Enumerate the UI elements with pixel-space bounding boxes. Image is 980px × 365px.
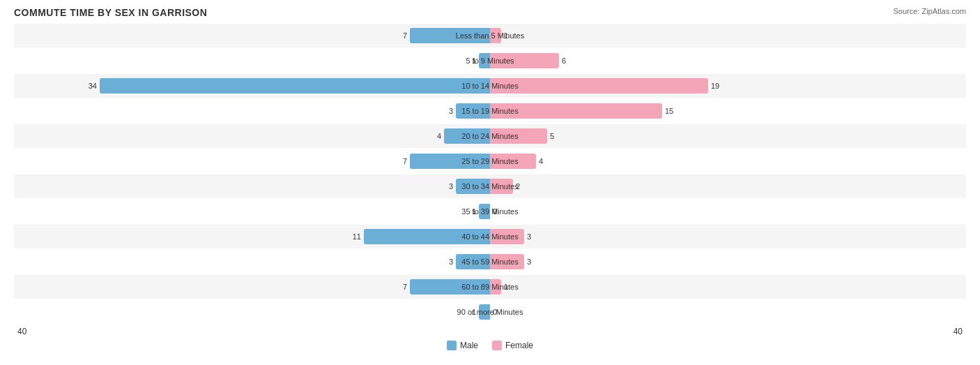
- female-value: 1: [504, 31, 508, 40]
- male-value: 1: [472, 207, 476, 216]
- male-bar: [456, 103, 490, 119]
- table-row: 90 or more Minutes10: [14, 300, 966, 324]
- legend-female-label: Female: [505, 341, 533, 350]
- male-bar: [410, 28, 490, 43]
- table-row: 45 to 59 Minutes33: [14, 250, 966, 274]
- bars-area: Less than 5 Minutes715 to 9 Minutes1610 …: [14, 24, 966, 324]
- row-label: 35 to 39 Minutes: [461, 207, 518, 216]
- female-bar: [490, 128, 547, 144]
- male-bar: [100, 78, 490, 94]
- male-bar: [479, 53, 490, 68]
- legend: Male Female: [14, 341, 966, 350]
- female-value: 0: [493, 207, 497, 216]
- legend-male: Male: [447, 341, 478, 350]
- axis-left: 40: [17, 327, 26, 336]
- table-row: 30 to 34 Minutes32: [14, 174, 966, 198]
- female-bar: [490, 78, 708, 94]
- legend-male-label: Male: [460, 341, 478, 350]
- row-label: 90 or more Minutes: [457, 308, 523, 316]
- female-value: 19: [711, 82, 719, 90]
- legend-female: Female: [492, 341, 533, 350]
- female-value: 6: [562, 57, 566, 65]
- male-bar: [410, 154, 490, 169]
- table-row: Less than 5 Minutes71: [14, 24, 966, 47]
- table-row: 15 to 19 Minutes315: [14, 99, 966, 123]
- legend-male-swatch: [447, 341, 457, 350]
- male-value: 3: [449, 107, 453, 115]
- male-value: 4: [437, 132, 441, 140]
- male-bar: [479, 204, 490, 219]
- male-value: 34: [89, 82, 97, 90]
- male-bar: [444, 128, 490, 144]
- female-value: 4: [539, 157, 543, 165]
- male-bar: [479, 304, 490, 320]
- male-value: 1: [472, 308, 476, 316]
- male-value: 7: [403, 157, 407, 165]
- female-bar: [490, 229, 524, 244]
- table-row: 5 to 9 Minutes16: [14, 49, 966, 73]
- female-bar: [490, 179, 513, 194]
- table-row: 25 to 29 Minutes74: [14, 149, 966, 173]
- male-value: 7: [403, 31, 407, 40]
- male-value: 11: [353, 232, 361, 241]
- male-bar: [456, 179, 490, 194]
- table-row: 20 to 24 Minutes45: [14, 124, 966, 148]
- female-bar: [490, 53, 559, 68]
- male-value: 3: [449, 258, 453, 266]
- female-bar: [490, 103, 662, 119]
- table-row: 60 to 89 Minutes71: [14, 275, 966, 299]
- female-value: 3: [527, 258, 531, 266]
- female-value: 5: [550, 132, 554, 140]
- female-bar: [490, 279, 501, 295]
- table-row: 10 to 14 Minutes3419: [14, 74, 966, 98]
- female-value: 15: [665, 107, 673, 115]
- female-value: 3: [527, 232, 531, 241]
- male-bar: [456, 254, 490, 269]
- female-bar: [490, 254, 524, 269]
- female-value: 1: [504, 283, 508, 291]
- chart-title: COMMUTE TIME BY SEX IN GARRISON: [14, 7, 966, 18]
- male-value: 3: [449, 182, 453, 191]
- legend-female-swatch: [492, 341, 502, 350]
- female-value: 0: [493, 308, 497, 316]
- source-label: Source: ZipAtlas.com: [893, 7, 966, 15]
- female-bar: [490, 154, 536, 169]
- male-bar: [364, 229, 490, 244]
- male-bar: [410, 279, 490, 295]
- table-row: 35 to 39 Minutes10: [14, 200, 966, 223]
- table-row: 40 to 44 Minutes113: [14, 225, 966, 248]
- female-bar: [490, 28, 501, 43]
- male-value: 1: [472, 57, 476, 65]
- female-value: 2: [516, 182, 520, 191]
- axis-right: 40: [954, 327, 963, 336]
- chart-container: COMMUTE TIME BY SEX IN GARRISON Source: …: [0, 0, 980, 365]
- axis-labels: 40 40: [14, 327, 966, 336]
- male-value: 7: [403, 283, 407, 291]
